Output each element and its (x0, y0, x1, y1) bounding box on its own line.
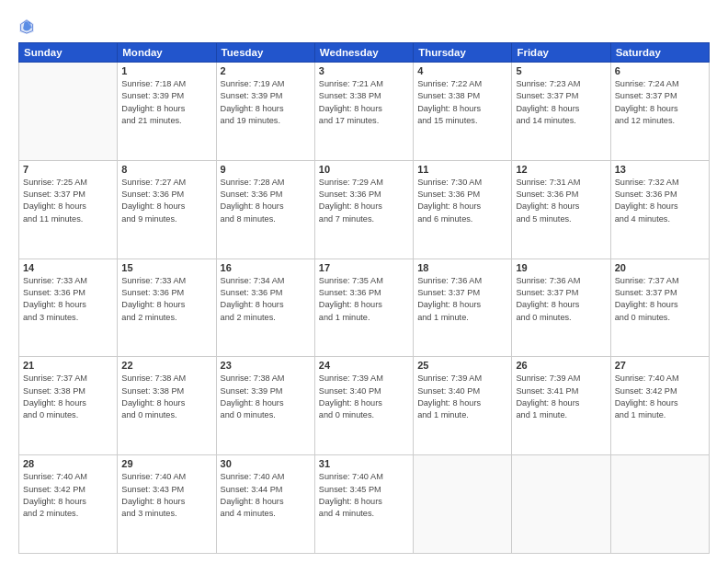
header-row: SundayMondayTuesdayWednesdayThursdayFrid… (19, 43, 710, 63)
cell-day-number: 27 (615, 360, 705, 371)
cell-day-number: 21 (23, 360, 113, 371)
week-row-2: 7Sunrise: 7:25 AM Sunset: 3:37 PM Daylig… (19, 160, 710, 259)
cell-day-number: 13 (615, 164, 705, 175)
cell-day-number: 8 (121, 164, 211, 175)
calendar-cell: 21Sunrise: 7:37 AM Sunset: 3:38 PM Dayli… (19, 357, 118, 455)
cell-info-text: Sunrise: 7:40 AM Sunset: 3:43 PM Dayligh… (121, 471, 211, 520)
cell-info-text: Sunrise: 7:21 AM Sunset: 3:38 PM Dayligh… (319, 78, 409, 127)
cell-day-number: 14 (23, 262, 113, 273)
cell-info-text: Sunrise: 7:19 AM Sunset: 3:39 PM Dayligh… (221, 78, 311, 127)
calendar-cell (414, 455, 512, 554)
cell-day-number: 5 (516, 65, 606, 76)
cell-day-number: 6 (615, 65, 705, 76)
cell-info-text: Sunrise: 7:36 AM Sunset: 3:37 PM Dayligh… (516, 275, 606, 324)
calendar-cell: 4Sunrise: 7:22 AM Sunset: 3:38 PM Daylig… (414, 63, 512, 161)
cell-day-number: 2 (221, 65, 311, 76)
cell-info-text: Sunrise: 7:39 AM Sunset: 3:40 PM Dayligh… (319, 373, 409, 421)
col-header-friday: Friday (512, 43, 610, 63)
cell-day-number: 3 (319, 65, 409, 76)
calendar-cell (512, 455, 610, 554)
calendar-cell: 2Sunrise: 7:19 AM Sunset: 3:39 PM Daylig… (216, 63, 314, 161)
cell-day-number: 4 (417, 65, 507, 76)
calendar-cell: 22Sunrise: 7:38 AM Sunset: 3:38 PM Dayli… (118, 357, 216, 455)
cell-info-text: Sunrise: 7:40 AM Sunset: 3:44 PM Dayligh… (221, 471, 311, 520)
cell-info-text: Sunrise: 7:25 AM Sunset: 3:37 PM Dayligh… (23, 177, 113, 225)
col-header-wednesday: Wednesday (314, 43, 413, 63)
calendar-cell: 10Sunrise: 7:29 AM Sunset: 3:36 PM Dayli… (314, 160, 413, 259)
cell-day-number: 12 (516, 164, 606, 175)
cell-day-number: 24 (319, 360, 409, 371)
cell-day-number: 26 (516, 360, 606, 371)
calendar-cell (19, 63, 118, 161)
cell-info-text: Sunrise: 7:22 AM Sunset: 3:38 PM Dayligh… (417, 78, 507, 127)
calendar-cell: 25Sunrise: 7:39 AM Sunset: 3:40 PM Dayli… (414, 357, 512, 455)
cell-day-number: 15 (121, 262, 211, 273)
calendar-table: SundayMondayTuesdayWednesdayThursdayFrid… (18, 42, 710, 554)
calendar-cell: 20Sunrise: 7:37 AM Sunset: 3:37 PM Dayli… (610, 259, 709, 357)
calendar-cell: 29Sunrise: 7:40 AM Sunset: 3:43 PM Dayli… (118, 455, 216, 554)
cell-info-text: Sunrise: 7:32 AM Sunset: 3:36 PM Dayligh… (615, 177, 705, 225)
cell-day-number: 11 (417, 164, 507, 175)
calendar-cell: 15Sunrise: 7:33 AM Sunset: 3:36 PM Dayli… (118, 259, 216, 357)
calendar-cell: 23Sunrise: 7:38 AM Sunset: 3:39 PM Dayli… (216, 357, 314, 455)
cell-info-text: Sunrise: 7:28 AM Sunset: 3:36 PM Dayligh… (221, 177, 311, 225)
calendar-cell: 16Sunrise: 7:34 AM Sunset: 3:36 PM Dayli… (216, 259, 314, 357)
cell-info-text: Sunrise: 7:38 AM Sunset: 3:38 PM Dayligh… (121, 373, 211, 421)
calendar-cell: 30Sunrise: 7:40 AM Sunset: 3:44 PM Dayli… (216, 455, 314, 554)
cell-info-text: Sunrise: 7:18 AM Sunset: 3:39 PM Dayligh… (121, 78, 211, 127)
week-row-4: 21Sunrise: 7:37 AM Sunset: 3:38 PM Dayli… (19, 357, 710, 455)
calendar-cell: 28Sunrise: 7:40 AM Sunset: 3:42 PM Dayli… (19, 455, 118, 554)
col-header-monday: Monday (118, 43, 216, 63)
cell-day-number: 23 (221, 360, 311, 371)
cell-info-text: Sunrise: 7:34 AM Sunset: 3:36 PM Dayligh… (221, 275, 311, 324)
cell-info-text: Sunrise: 7:39 AM Sunset: 3:41 PM Dayligh… (516, 373, 606, 421)
logo (18, 17, 38, 37)
calendar-cell: 11Sunrise: 7:30 AM Sunset: 3:36 PM Dayli… (414, 160, 512, 259)
calendar-cell: 14Sunrise: 7:33 AM Sunset: 3:36 PM Dayli… (19, 259, 118, 357)
calendar-cell: 9Sunrise: 7:28 AM Sunset: 3:36 PM Daylig… (216, 160, 314, 259)
col-header-thursday: Thursday (414, 43, 512, 63)
cell-day-number: 29 (121, 458, 211, 469)
calendar-cell: 6Sunrise: 7:24 AM Sunset: 3:37 PM Daylig… (610, 63, 709, 161)
cell-day-number: 10 (319, 164, 409, 175)
calendar-cell: 13Sunrise: 7:32 AM Sunset: 3:36 PM Dayli… (610, 160, 709, 259)
calendar-cell: 12Sunrise: 7:31 AM Sunset: 3:36 PM Dayli… (512, 160, 610, 259)
cell-info-text: Sunrise: 7:36 AM Sunset: 3:37 PM Dayligh… (417, 275, 507, 324)
calendar-cell (610, 455, 709, 554)
cell-info-text: Sunrise: 7:27 AM Sunset: 3:36 PM Dayligh… (121, 177, 211, 225)
cell-info-text: Sunrise: 7:35 AM Sunset: 3:36 PM Dayligh… (319, 275, 409, 324)
calendar-cell: 26Sunrise: 7:39 AM Sunset: 3:41 PM Dayli… (512, 357, 610, 455)
calendar-cell: 7Sunrise: 7:25 AM Sunset: 3:37 PM Daylig… (19, 160, 118, 259)
week-row-3: 14Sunrise: 7:33 AM Sunset: 3:36 PM Dayli… (19, 259, 710, 357)
cell-info-text: Sunrise: 7:23 AM Sunset: 3:37 PM Dayligh… (516, 78, 606, 127)
cell-day-number: 1 (121, 65, 211, 76)
calendar-cell: 24Sunrise: 7:39 AM Sunset: 3:40 PM Dayli… (314, 357, 413, 455)
calendar-cell: 19Sunrise: 7:36 AM Sunset: 3:37 PM Dayli… (512, 259, 610, 357)
cell-day-number: 17 (319, 262, 409, 273)
week-row-5: 28Sunrise: 7:40 AM Sunset: 3:42 PM Dayli… (19, 455, 710, 554)
calendar-cell: 1Sunrise: 7:18 AM Sunset: 3:39 PM Daylig… (118, 63, 216, 161)
cell-day-number: 30 (221, 458, 311, 469)
cell-day-number: 20 (615, 262, 705, 273)
cell-day-number: 25 (417, 360, 507, 371)
cell-info-text: Sunrise: 7:33 AM Sunset: 3:36 PM Dayligh… (23, 275, 113, 324)
calendar-cell: 18Sunrise: 7:36 AM Sunset: 3:37 PM Dayli… (414, 259, 512, 357)
cell-day-number: 18 (417, 262, 507, 273)
calendar-cell: 3Sunrise: 7:21 AM Sunset: 3:38 PM Daylig… (314, 63, 413, 161)
header (18, 17, 710, 37)
cell-info-text: Sunrise: 7:33 AM Sunset: 3:36 PM Dayligh… (121, 275, 211, 324)
calendar-cell: 8Sunrise: 7:27 AM Sunset: 3:36 PM Daylig… (118, 160, 216, 259)
calendar-cell: 27Sunrise: 7:40 AM Sunset: 3:42 PM Dayli… (610, 357, 709, 455)
week-row-1: 1Sunrise: 7:18 AM Sunset: 3:39 PM Daylig… (19, 63, 710, 161)
cell-info-text: Sunrise: 7:39 AM Sunset: 3:40 PM Dayligh… (417, 373, 507, 421)
cell-day-number: 31 (319, 458, 409, 469)
col-header-saturday: Saturday (610, 43, 709, 63)
logo-icon (18, 17, 35, 37)
page: SundayMondayTuesdayWednesdayThursdayFrid… (0, 0, 728, 563)
cell-info-text: Sunrise: 7:40 AM Sunset: 3:45 PM Dayligh… (319, 471, 409, 520)
cell-info-text: Sunrise: 7:40 AM Sunset: 3:42 PM Dayligh… (23, 471, 113, 520)
cell-info-text: Sunrise: 7:40 AM Sunset: 3:42 PM Dayligh… (615, 373, 705, 421)
cell-info-text: Sunrise: 7:38 AM Sunset: 3:39 PM Dayligh… (221, 373, 311, 421)
cell-day-number: 16 (221, 262, 311, 273)
cell-info-text: Sunrise: 7:24 AM Sunset: 3:37 PM Dayligh… (615, 78, 705, 127)
